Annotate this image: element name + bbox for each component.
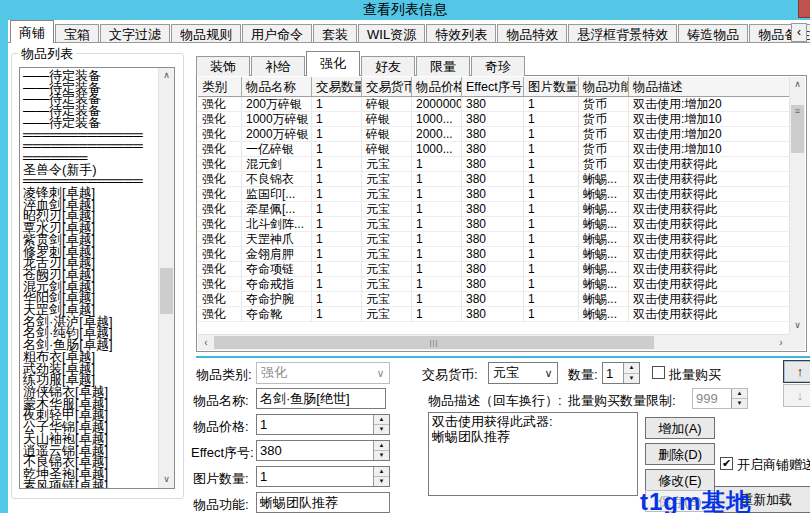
tab-scroll-left-icon[interactable]: ‹: [791, 23, 807, 42]
spin-down-icon[interactable]: ▼: [374, 425, 389, 434]
scrollbar-thumb[interactable]: [160, 268, 173, 314]
table-row[interactable]: 强化天罡神爪1元宝13801蜥蜴...双击使用获得此: [198, 232, 789, 247]
tab-特效列表[interactable]: 特效列表: [426, 24, 496, 43]
table-row[interactable]: 强化监国印[...1元宝13801蜥蜴...双击使用获得此: [198, 187, 789, 202]
item-name-input[interactable]: [256, 388, 386, 409]
tab-套装[interactable]: 套装: [313, 24, 357, 43]
table-row[interactable]: 强化不良锦衣1元宝13801蜥蜴...双击使用获得此: [198, 172, 789, 187]
table-cell: 金翎肩胛: [242, 247, 312, 261]
table-row[interactable]: 强化金翎肩胛1元宝13801蜥蜴...双击使用获得此: [198, 247, 789, 262]
column-header-物品名称[interactable]: 物品名称: [242, 77, 312, 96]
spin-up-icon[interactable]: ▲: [374, 467, 389, 477]
effect-input[interactable]: [257, 441, 373, 460]
move-down-button[interactable]: ↓: [783, 384, 810, 407]
table-cell: 1: [312, 247, 362, 261]
page-divider: [196, 356, 810, 358]
spin-up-icon[interactable]: ▲: [374, 441, 389, 451]
currency-combobox[interactable]: 元宝 ∨: [488, 362, 558, 384]
table-row[interactable]: 强化夺命戒指1元宝13801蜥蜴...双击使用获得此: [198, 277, 789, 292]
scrollbar-thumb[interactable]: |||: [214, 336, 654, 349]
table-cell: 380: [462, 247, 524, 261]
table-row[interactable]: 强化夺命靴1元宝13801蜥蜴...双击使用获得此: [198, 307, 789, 322]
spin-down-icon[interactable]: ▼: [624, 374, 639, 384]
column-header-物品功能[interactable]: 物品功能: [579, 77, 629, 96]
batch-buy-checkbox[interactable]: [652, 366, 665, 379]
spin-up-icon[interactable]: ▲: [624, 363, 639, 374]
tab-物品规则[interactable]: 物品规则: [171, 24, 241, 43]
column-header-图片数量[interactable]: 图片数量: [524, 77, 579, 96]
scroll-up-icon[interactable]: ∧: [159, 68, 174, 84]
scrollbar-thumb[interactable]: ≡: [791, 105, 804, 153]
column-header-交易货币[interactable]: 交易货币: [362, 77, 412, 96]
close-button-icon[interactable]: [798, 0, 810, 18]
images-stepper[interactable]: ▲▼: [256, 466, 390, 487]
table-cell: 1: [412, 157, 462, 171]
spin-down-icon[interactable]: ▼: [374, 477, 389, 486]
tab-文字过滤[interactable]: 文字过滤: [100, 24, 170, 43]
category-label: 物品类别:: [196, 366, 252, 384]
table-cell: 强化: [198, 202, 242, 216]
tab-铸造物品[interactable]: 铸造物品: [678, 24, 748, 43]
table-row[interactable]: 强化牵星佩[...1元宝13801蜥蜴...双击使用获得此: [198, 202, 789, 217]
subtab-限量[interactable]: 限量: [416, 56, 470, 76]
subtab-强化[interactable]: 强化: [306, 51, 360, 76]
move-up-button[interactable]: ↑: [783, 360, 810, 383]
quantity-input[interactable]: [603, 363, 623, 383]
table-row[interactable]: 强化2000万碎银1碎银2000...3801货币双击使用:增加20: [198, 127, 789, 142]
table-row[interactable]: 强化200万碎银1碎银20000003801货币双击使用:增加20: [198, 97, 789, 112]
images-input[interactable]: [257, 467, 373, 486]
price-stepper[interactable]: ▲▼: [256, 414, 390, 435]
item-listbox[interactable]: ——待定装备——待定装备——待定装备——待定装备——待定装备══════════…: [19, 67, 175, 489]
table-cell: 1: [412, 202, 462, 216]
table-cell: 双击使用获得此: [629, 232, 789, 246]
scroll-up-icon[interactable]: ∧: [790, 77, 805, 93]
table-cell: 蜥蜴...: [579, 217, 629, 231]
table-row[interactable]: 强化北斗剑阵...1元宝13801蜥蜴...双击使用获得此: [198, 217, 789, 232]
delete-button[interactable]: 删除(D): [645, 443, 715, 465]
table-row[interactable]: 强化1000万碎银1碎银1000...3801货币双击使用:增加10: [198, 112, 789, 127]
column-header-物品价格[interactable]: 物品价格: [412, 77, 462, 96]
tab-物品特效[interactable]: 物品特效: [497, 24, 567, 43]
table-hscrollbar[interactable]: ‹ ||| ›: [198, 334, 789, 350]
tab-宝箱[interactable]: 宝箱: [55, 24, 99, 43]
spin-up-icon[interactable]: ▲: [374, 415, 389, 425]
subtab-奇珍[interactable]: 奇珍: [471, 56, 525, 76]
quantity-stepper[interactable]: ▲▼: [602, 362, 640, 384]
subtab-补给[interactable]: 补给: [251, 56, 305, 76]
tab-商铺[interactable]: 商铺: [10, 20, 54, 43]
scroll-left-icon[interactable]: ‹: [198, 335, 214, 350]
quantity-label: 数量:: [568, 366, 598, 384]
scroll-down-icon[interactable]: ∨: [159, 472, 174, 488]
spin-down-icon[interactable]: ▼: [374, 451, 389, 460]
item-list-scrollbar[interactable]: ∧ ∨: [158, 68, 174, 488]
column-header-交易数量[interactable]: 交易数量: [312, 77, 362, 96]
table-cell: 1: [312, 112, 362, 126]
table-row[interactable]: 强化混元剑1元宝13801货币双击使用获得此: [198, 157, 789, 172]
scroll-right-icon[interactable]: ›: [773, 335, 789, 350]
table-row[interactable]: 强化夺命护腕1元宝13801蜥蜴...双击使用获得此: [198, 292, 789, 307]
scroll-down-icon[interactable]: ∨: [790, 318, 805, 334]
column-header-物品描述[interactable]: 物品描述: [629, 77, 789, 96]
tab-悬浮框背景特效[interactable]: 悬浮框背景特效: [568, 24, 677, 43]
table-cell: 强化: [198, 112, 242, 126]
table-cell: 1000万碎银: [242, 112, 312, 126]
table-row[interactable]: 强化一亿碎银1碎银1000...3801货币双击使用:增加10: [198, 142, 789, 157]
column-header-Effect序号[interactable]: Effect序号: [462, 77, 524, 96]
list-item[interactable]: 素风项链[卓越]: [23, 480, 158, 488]
add-button[interactable]: 增加(A): [645, 417, 715, 439]
item-desc-textarea[interactable]: 双击使用获得此武器: 蜥蜴团队推荐: [428, 412, 638, 496]
table-cell: 1000...: [412, 142, 462, 156]
effect-stepper[interactable]: ▲▼: [256, 440, 390, 461]
table-header-row: 类别物品名称交易数量交易货币物品价格Effect序号图片数量物品功能物品描述: [198, 77, 789, 97]
price-input[interactable]: [257, 415, 373, 434]
tab-WIL资源[interactable]: WIL资源: [358, 24, 425, 43]
table-vscrollbar[interactable]: ∧ ≡ ∨: [789, 77, 805, 334]
tab-用户命令[interactable]: 用户命令: [242, 24, 312, 43]
gift-checkbox[interactable]: ✔: [720, 457, 733, 470]
table-row[interactable]: 强化夺命项链1元宝13801蜥蜴...双击使用获得此: [198, 262, 789, 277]
subtab-好友[interactable]: 好友: [361, 56, 415, 76]
column-header-类别[interactable]: 类别: [198, 77, 242, 96]
func-input[interactable]: [256, 492, 390, 513]
subtab-装饰[interactable]: 装饰: [196, 56, 250, 76]
app-window: { "window": { "title": "查看列表信息" }, "tabs…: [0, 0, 810, 513]
